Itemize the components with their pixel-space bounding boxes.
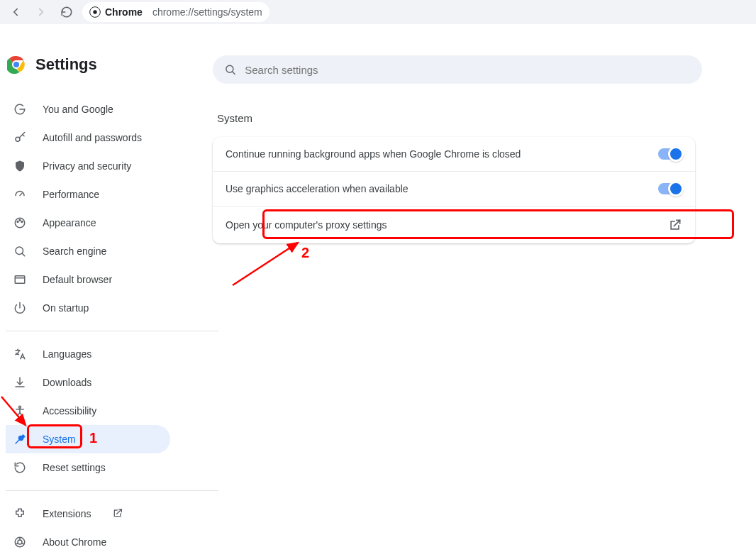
extension-icon [13,507,27,521]
row-background-apps[interactable]: Continue running background apps when Go… [213,137,695,171]
sidebar-item-label: Privacy and security [43,160,131,172]
back-button[interactable] [6,2,26,22]
sidebar-item-label: Reset settings [43,462,106,473]
chrome-logo-icon [7,55,26,74]
sidebar-item-you-and-google[interactable]: You and Google [6,95,170,123]
sidebar-item-on-startup[interactable]: On startup [6,294,170,322]
omnibox-url: chrome://settings/system [152,6,262,18]
sidebar-item-system[interactable]: System [6,425,170,453]
sidebar-item-label: Languages [43,348,91,360]
sidebar-item-label: Appearance [43,217,96,228]
sidebar-item-label: Accessibility [43,405,96,417]
sidebar-item-about[interactable]: About Chrome [6,528,170,556]
row-graphics-acceleration[interactable]: Use graphics acceleration when available [213,171,695,206]
row-label: Open your computer's proxy settings [226,219,387,231]
download-icon [13,375,27,390]
toggle-graphics-acceleration[interactable] [658,183,682,194]
sidebar-item-autofill[interactable]: Autofill and passwords [6,123,170,152]
accessibility-icon [13,404,27,418]
system-settings-card: Continue running background apps when Go… [213,137,695,243]
settings-header: Settings [6,55,213,74]
sidebar-separator [6,490,218,491]
row-proxy-settings[interactable]: Open your computer's proxy settings [213,206,695,243]
sidebar-item-label: Default browser [43,274,112,285]
chrome-outline-icon [13,535,27,549]
reset-icon [13,461,27,475]
svg-line-7 [20,194,22,196]
google-g-icon [13,102,27,116]
key-icon [13,131,27,145]
browser-window-icon [13,272,27,287]
sidebar-item-reset[interactable]: Reset settings [6,453,170,482]
open-in-new-icon [112,507,123,521]
sidebar-separator [6,331,218,331]
search-icon [13,244,27,258]
section-title: System [217,112,743,124]
sidebar-item-label: System [43,434,76,445]
sidebar-item-downloads[interactable]: Downloads [6,368,170,397]
settings-main: System Continue running background apps … [213,55,756,556]
row-label: Continue running background apps when Go… [226,148,521,160]
svg-line-22 [21,544,24,545]
shield-icon [13,159,27,173]
sidebar-item-appearance[interactable]: Appearance [6,209,170,237]
svg-point-17 [19,406,21,408]
sidebar-item-performance[interactable]: Performance [6,180,170,209]
sidebar-item-label: Performance [43,189,99,200]
sidebar-item-label: Downloads [43,377,91,388]
power-icon [13,301,27,315]
omnibox[interactable]: Chrome chrome://settings/system [82,2,269,22]
svg-point-10 [19,219,21,221]
chrome-chip: Chrome [89,6,143,18]
reload-button[interactable] [57,2,77,22]
page-title: Settings [35,55,97,74]
chrome-chip-label: Chrome [105,6,143,18]
svg-rect-14 [15,276,25,284]
svg-line-21 [16,544,18,545]
svg-point-11 [21,221,23,223]
search-icon [224,63,236,76]
row-label: Use graphics acceleration when available [226,183,408,194]
sidebar-item-label: Extensions [43,508,91,519]
palette-icon [13,216,27,230]
sidebar-item-languages[interactable]: Languages [6,340,170,368]
settings-sidebar: Settings You and Google Autofill and pas… [0,55,213,556]
sidebar-item-label: You and Google [43,104,113,115]
sidebar-item-accessibility[interactable]: Accessibility [6,397,170,425]
sidebar-item-label: On startup [43,302,89,314]
open-in-new-icon [668,218,682,232]
forward-button[interactable] [31,2,51,22]
sidebar-item-label: Autofill and passwords [43,132,142,143]
sidebar-item-default-browser[interactable]: Default browser [6,265,170,294]
sidebar-item-privacy[interactable]: Privacy and security [6,152,170,180]
wrench-icon [13,432,27,446]
sidebar-item-search-engine[interactable]: Search engine [6,237,170,265]
svg-point-1 [93,10,96,13]
toggle-background-apps[interactable] [658,148,682,160]
speedometer-icon [13,187,27,202]
svg-point-9 [17,221,18,223]
sidebar-item-label: Search engine [43,246,106,257]
settings-search-input[interactable] [245,64,691,76]
settings-search[interactable] [213,55,702,84]
sidebar-item-extensions[interactable]: Extensions [6,500,170,528]
translate-icon [13,347,27,361]
svg-line-24 [232,72,235,75]
chrome-icon [89,6,101,18]
svg-line-13 [22,253,25,256]
sidebar-item-label: About Chrome [43,536,106,548]
browser-navbar: Chrome chrome://settings/system [0,0,756,24]
